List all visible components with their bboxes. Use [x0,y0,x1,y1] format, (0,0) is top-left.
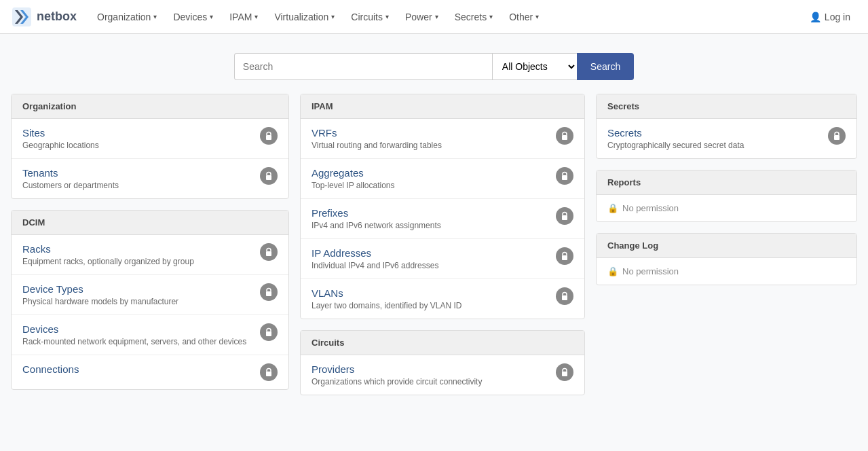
lock-small-icon: 🔒 [607,203,618,213]
circuits-card: Circuits Providers Organizations which p… [300,330,585,395]
nav-virtualization[interactable]: Virtualization ▾ [267,7,341,26]
lock-icon [556,127,573,145]
main-content: Organization Sites Geographic locations … [0,94,868,409]
brand-logo-link[interactable]: netbox [11,6,77,28]
nav-power[interactable]: Power ▾ [398,7,445,26]
connections-item[interactable]: Connections [12,355,288,389]
racks-item[interactable]: Racks Equipment racks, optionally organi… [12,235,288,275]
search-section: All Objects Sites Racks Devices Prefixes… [0,34,868,94]
vlans-item[interactable]: VLANs Layer two domains, identified by V… [301,279,584,319]
lock-icon [260,127,278,145]
lock-icon [260,363,278,381]
changelog-header: Change Log [597,234,856,258]
svg-rect-7 [562,135,567,140]
sites-item[interactable]: Sites Geographic locations [12,119,288,159]
circuits-header: Circuits [301,331,584,355]
dcim-card: DCIM Racks Equipment racks, optionally o… [11,210,289,390]
navbar: netbox Organization ▾ Devices ▾ IPAM ▾ V… [0,0,868,34]
netbox-logo-icon [11,6,33,28]
reports-card: Reports 🔒 No permission [596,170,857,222]
devices-item[interactable]: Devices Rack-mounted network equipment, … [12,315,288,355]
svg-rect-3 [266,251,271,256]
aggregates-item[interactable]: Aggregates Top-level IP allocations [301,159,584,199]
ipam-header: IPAM [301,94,584,119]
caret-icon: ▾ [153,13,157,20]
changelog-card: Change Log 🔒 No permission [596,233,857,285]
dcim-header: DCIM [12,211,288,235]
svg-rect-8 [562,175,567,180]
lock-icon [260,167,278,185]
providers-item[interactable]: Providers Organizations which provide ci… [301,355,584,395]
search-button[interactable]: Search [577,53,634,80]
right-column: Secrets Secrets Cryptographically secure… [596,94,857,395]
caret-icon: ▾ [254,13,258,20]
reports-header: Reports [597,170,856,195]
tenants-item[interactable]: Tenants Customers or departments [12,159,288,198]
vrfs-item[interactable]: VRFs Virtual routing and forwarding tabl… [301,119,584,159]
svg-rect-5 [266,331,271,336]
secrets-section-header: Secrets [597,94,856,119]
lock-icon [260,283,278,301]
svg-rect-9 [562,215,567,220]
lock-icon [260,243,278,261]
secrets-item[interactable]: Secrets Cryptographically secured secret… [597,119,856,158]
prefixes-item[interactable]: Prefixes IPv4 and IPv6 network assignmen… [301,199,584,239]
ipam-card: IPAM VRFs Virtual routing and forwarding… [300,94,585,319]
nav-right: 👤 Log in [803,7,857,26]
svg-rect-12 [562,372,567,376]
svg-rect-4 [266,291,271,296]
nav-other[interactable]: Other ▾ [502,7,546,26]
caret-icon: ▾ [535,13,539,20]
secrets-card: Secrets Secrets Cryptographically secure… [596,94,857,159]
device-types-item[interactable]: Device Types Physical hardware models by… [12,275,288,315]
caret-icon: ▾ [210,13,213,20]
caret-icon: ▾ [435,13,438,20]
ip-addresses-item[interactable]: IP Addresses Individual IPv4 and IPv6 ad… [301,239,584,279]
reports-no-permission: 🔒 No permission [597,195,856,221]
lock-icon [556,207,573,225]
left-column: Organization Sites Geographic locations … [11,94,289,395]
nav-organization[interactable]: Organization ▾ [90,7,164,26]
nav-secrets[interactable]: Secrets ▾ [448,7,499,26]
svg-rect-2 [266,175,271,180]
lock-icon [260,323,278,341]
nav-devices[interactable]: Devices ▾ [166,7,220,26]
login-button[interactable]: 👤 Log in [803,7,857,26]
organization-card: Organization Sites Geographic locations … [11,94,289,199]
svg-rect-1 [266,135,271,140]
center-column: IPAM VRFs Virtual routing and forwarding… [300,94,585,395]
lock-icon [556,363,573,381]
nav-menu: Organization ▾ Devices ▾ IPAM ▾ Virtuali… [90,7,803,26]
svg-rect-11 [562,295,567,300]
lock-small-icon: 🔒 [607,266,618,276]
lock-icon [556,287,573,305]
brand-name: netbox [37,10,77,24]
lock-icon [556,247,573,265]
lock-icon [828,127,846,145]
caret-icon: ▾ [489,13,493,20]
changelog-no-permission: 🔒 No permission [597,258,856,285]
search-object-select[interactable]: All Objects Sites Racks Devices Prefixes… [492,53,577,80]
organization-header: Organization [12,94,288,119]
svg-rect-10 [562,255,567,260]
login-icon: 👤 [810,12,821,22]
lock-icon [556,167,573,185]
nav-ipam[interactable]: IPAM ▾ [223,7,265,26]
caret-icon: ▾ [385,13,389,20]
svg-rect-13 [834,135,839,140]
nav-circuits[interactable]: Circuits ▾ [344,7,396,26]
svg-rect-6 [266,372,271,376]
caret-icon: ▾ [331,13,335,20]
search-input[interactable] [234,53,492,80]
